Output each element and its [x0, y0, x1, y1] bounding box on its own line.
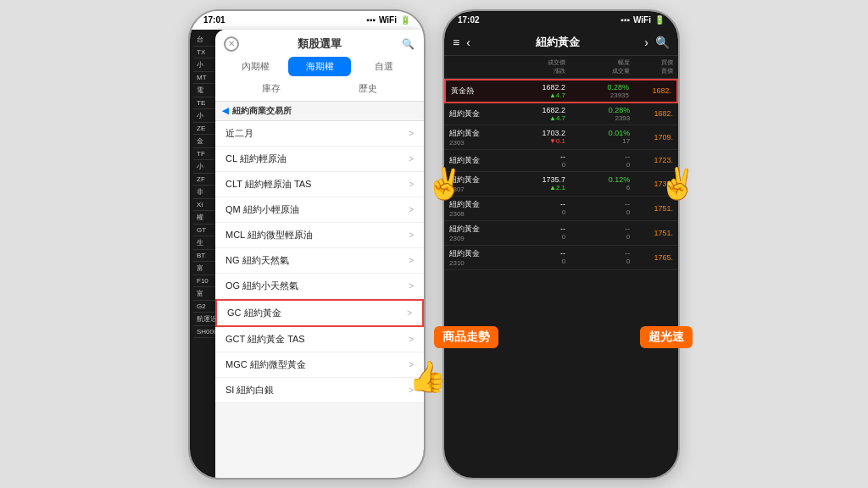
change-pct: 0.12% — [565, 175, 630, 184]
price-change: ▲4.7 — [501, 114, 565, 122]
list-item[interactable]: 紐約黃金 -- 0 -- 0 1723. — [444, 150, 678, 172]
stock-bid-col: 1709. — [630, 133, 673, 141]
bid-price: 1682. — [630, 109, 673, 118]
stock-bid-col: 1751. — [630, 204, 673, 213]
stock-name: 紐約黃金 — [449, 248, 501, 259]
stock-price-val: --0 — [501, 225, 565, 241]
price-change: 0 — [501, 233, 565, 241]
stock-row-repeat[interactable]: 紐約黃金 1682.2 ▲4.7 0.28% 2393 1682. — [444, 103, 678, 125]
menu-item-label: NG 紐約天然氣 — [225, 254, 289, 267]
list-item[interactable]: 紐約黃金 2307 1735.7 ▲2.1 0.12% 6 1737. — [444, 172, 678, 197]
stock-change-col: 0.01% 17 — [565, 129, 630, 145]
right-content: ≡ ‹ 紐約黃金 › 🔍 成交價漲跌 幅度成交量 買價賣價 — [444, 30, 678, 478]
forward-icon[interactable]: › — [644, 36, 648, 49]
change-pct: -- — [565, 152, 630, 161]
victory-hand-left: ✌️ — [426, 166, 464, 202]
stock-change-col: -- 0 — [565, 152, 630, 169]
left-phone-wrapper: 17:01 ▪▪▪ WiFi 🔋 台942 TX944 小942 MT942 電… — [188, 9, 426, 480]
sub-tab-history[interactable]: 歷史 — [320, 80, 415, 97]
battery-icon: 🔋 — [654, 15, 665, 25]
stock-name-col: 紐約黃金2308 — [449, 199, 501, 218]
list-item[interactable]: 紐約黃金2308 --0 --0 1751. — [444, 197, 678, 221]
signal-icon: ▪▪▪ — [366, 15, 376, 25]
menu-item-recent[interactable]: 近二月 > — [215, 121, 424, 147]
list-item[interactable]: 紐約黃金2309 --0 --0 1751. — [444, 221, 678, 246]
menu-item-label: MGC 紐約微型黃金 — [225, 358, 306, 371]
menu-item-og[interactable]: OG 紐約小天然氣 > — [215, 274, 424, 299]
annotation-ultra-fast: 超光速 — [640, 326, 693, 348]
arrow-icon: > — [407, 308, 412, 318]
stock-price-val: --0 — [501, 249, 565, 265]
price-change: 0 — [501, 258, 565, 265]
menu-item-si[interactable]: SI 紐約白銀 > — [215, 378, 424, 403]
sub-tabs: 庫存 歷史 — [224, 80, 415, 97]
highlighted-stock-row[interactable]: 黃金熱 1682.2 ▲4.7 0.28% 23935 1682. — [444, 79, 678, 103]
tab-inner-options[interactable]: 內期權 — [224, 57, 287, 76]
section-arrow-icon: ◀ — [222, 106, 229, 115]
menu-item-label: CLT 紐約輕原油 TAS — [225, 178, 311, 191]
search-icon[interactable]: 🔍 — [655, 36, 670, 49]
stock-code: 2303 — [449, 139, 501, 147]
list-item[interactable]: 紐約黃金 2303 1703.2 ▼0.1 0.01% 17 1709. — [444, 125, 678, 150]
modal-search-button[interactable]: 🔍 — [400, 36, 415, 52]
right-phone-wrapper: 17:02 ▪▪▪ WiFi 🔋 ≡ ‹ 紐約黃金 › 🔍 — [442, 9, 680, 480]
wifi-icon: WiFi — [633, 15, 651, 25]
menu-item-gc[interactable]: GC 紐約黃金 > — [215, 299, 424, 327]
bid-price: 1765. — [630, 253, 673, 262]
left-status-icons: ▪▪▪ WiFi 🔋 — [366, 15, 410, 25]
bid-price: 1709. — [630, 133, 673, 141]
tab-futures[interactable]: 海期權 — [288, 57, 351, 76]
section-header: ◀ 紐約商業交易所 — [215, 102, 424, 121]
arrow-icon: > — [409, 281, 414, 291]
arrow-icon: > — [409, 154, 414, 164]
menu-item-cl[interactable]: CL 紐約輕原油 > — [215, 147, 424, 172]
arrow-icon: > — [409, 129, 414, 138]
price-main: 1682.2 — [502, 83, 565, 92]
col-price-header: 成交價漲跌 — [501, 58, 565, 75]
signal-icon: ▪▪▪ — [620, 15, 630, 25]
change-vol: 0 — [565, 208, 630, 216]
col-name-header — [449, 58, 501, 75]
sub-tab-inventory[interactable]: 庫存 — [224, 80, 319, 97]
bid-price: 1751. — [630, 229, 673, 237]
price-main: -- — [501, 200, 565, 208]
list-item[interactable]: 紐約黃金2310 --0 --0 1765. — [444, 246, 678, 270]
right-title: 紐約黃金 — [536, 35, 580, 50]
stock-bid-col: 1723. — [630, 156, 673, 164]
menu-item-mgc[interactable]: MGC 紐約微型黃金 > — [215, 352, 424, 378]
arrow-icon: > — [409, 230, 414, 240]
menu-item-clt[interactable]: CLT 紐約輕原油 TAS > — [215, 172, 424, 197]
menu-item-qm[interactable]: QM 紐約小輕原油 > — [215, 197, 424, 223]
change-vol: 2393 — [565, 114, 630, 122]
close-button[interactable]: ✕ — [224, 36, 239, 52]
change-pct: 0.01% — [565, 129, 630, 137]
menu-item-label: OG 紐約小天然氣 — [225, 280, 298, 292]
stock-list: 紐約黃金 2303 1703.2 ▼0.1 0.01% 17 1709. — [444, 125, 678, 478]
change-vol: 0 — [565, 233, 630, 241]
menu-item-label: 近二月 — [225, 127, 253, 140]
menu-item-label: SI 紐約白銀 — [225, 384, 274, 396]
price-change: 0 — [501, 161, 565, 169]
stock-name-col: 紐約黃金 2303 — [449, 128, 501, 147]
col-change-header: 幅度成交量 — [565, 58, 630, 75]
stock-bid-col: 1682. — [630, 109, 673, 118]
left-time: 17:01 — [203, 15, 225, 25]
main-tabs: 內期權 海期權 自選 — [224, 57, 415, 76]
menu-item-label: CL 紐約輕原油 — [225, 152, 287, 165]
change-vol: 0 — [565, 161, 630, 169]
menu-item-label: GCT 紐約黃金 TAS — [225, 333, 305, 346]
col-bid-header: 買價賣價 — [630, 58, 673, 75]
change-pct: -- — [565, 200, 630, 208]
stock-code: 2309 — [449, 235, 501, 242]
change-vol: 17 — [565, 137, 630, 145]
back-icon[interactable]: ‹ — [466, 36, 470, 49]
stock-price-val: -- 0 — [501, 152, 565, 169]
menu-item-gct[interactable]: GCT 紐約黃金 TAS > — [215, 327, 424, 352]
price-main: 1703.2 — [501, 129, 565, 137]
menu-item-ng[interactable]: NG 紐約天然氣 > — [215, 248, 424, 274]
change-vol: 0 — [565, 258, 630, 265]
menu-icon[interactable]: ≡ — [453, 36, 459, 49]
stock-price-val: 1735.7 ▲2.1 — [501, 175, 565, 191]
tab-watchlist[interactable]: 自選 — [353, 57, 415, 76]
menu-item-mcl[interactable]: MCL 紐約微型輕原油 > — [215, 223, 424, 248]
